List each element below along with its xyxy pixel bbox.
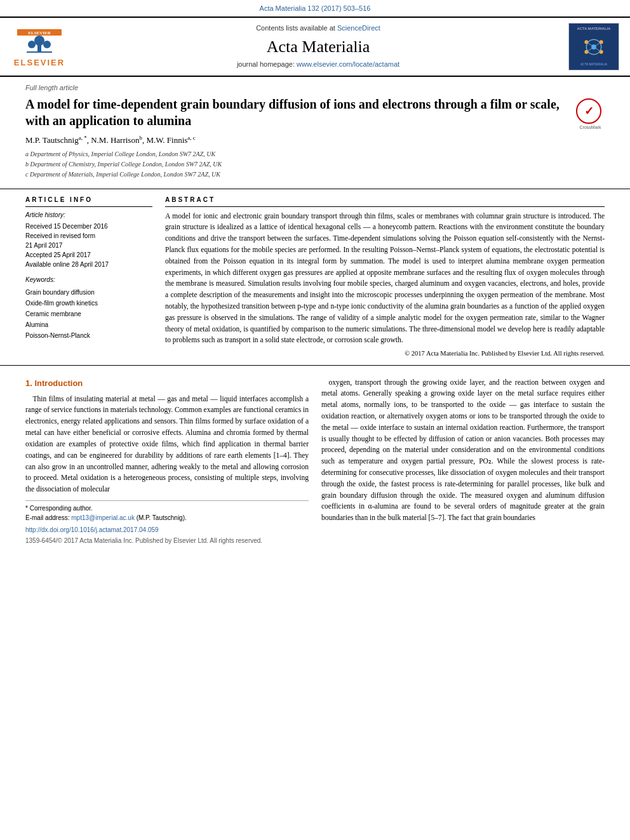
journal-homepage-line: journal homepage: www.elsevier.com/locat…: [71, 60, 565, 70]
footnote-area: * Corresponding author. E-mail address: …: [25, 500, 309, 523]
elsevier-tree-icon: ELSEVIER: [14, 24, 65, 57]
keyword-4: Alumina: [25, 319, 152, 330]
contents-available-line: Contents lists available at ScienceDirec…: [71, 23, 565, 34]
journal-title: Acta Materialia: [71, 35, 565, 59]
received-line: Received 15 December 2016: [25, 222, 152, 231]
email-note: E-mail address: mpt13@imperial.ac.uk (M.…: [25, 513, 309, 523]
intro-paragraph-1: Thin films of insulating material at met…: [25, 394, 309, 495]
article-section: Full length article A model for time-dep…: [0, 77, 630, 189]
revised-label: Received in revised form: [25, 231, 152, 241]
svg-point-6: [43, 41, 51, 48]
doi-link[interactable]: http://dx.doi.org/10.1016/j.actamat.2017…: [25, 526, 159, 533]
svg-text:ELSEVIER: ELSEVIER: [28, 30, 51, 36]
crossmark-label: CrossMark: [576, 124, 605, 131]
acta-logo-graphic: ACTA MATERIALIA ACTA MATERIALIA: [569, 23, 619, 70]
svg-point-15: [600, 50, 603, 54]
article-history-label: Article history:: [25, 211, 152, 220]
body-content: 1. Introduction Thin films of insulating…: [0, 366, 630, 552]
article-title: A model for time-dependent grain boundar…: [25, 96, 570, 129]
keyword-1: Grain boundary diffusion: [25, 287, 152, 298]
abstract-label: ABSTRACT: [165, 196, 605, 207]
keywords-label: Keywords:: [25, 276, 152, 285]
revised-date: 21 April 2017: [25, 241, 152, 250]
email-link[interactable]: mpt13@imperial.ac.uk: [71, 514, 135, 521]
issn-line: 1359-6454/© 2017 Acta Materialia Inc. Pu…: [25, 536, 309, 546]
svg-point-12: [584, 40, 588, 44]
journal-header-center: Contents lists available at ScienceDirec…: [71, 23, 565, 70]
svg-text:ACTA MATERIALIA: ACTA MATERIALIA: [580, 63, 608, 66]
body-col-right: oxygen, transport through the growing ox…: [321, 377, 605, 546]
affiliation-c: c Department of Materials, Imperial Coll…: [25, 170, 605, 180]
journal-header: ELSEVIER ELSEVIER Contents lists availab…: [0, 17, 630, 77]
keyword-3: Ceramic membrane: [25, 309, 152, 319]
journal-right-logo: ACTA MATERIALIA ACTA MATERIALIA: [565, 23, 622, 70]
crossmark-badge: ✓ CrossMark: [576, 98, 605, 131]
affiliations: a Department of Physics, Imperial Colleg…: [25, 149, 605, 180]
affiliation-b: b Department of Chemistry, Imperial Coll…: [25, 159, 605, 170]
journal-citation: Acta Materialia 132 (2017) 503–516: [0, 0, 630, 17]
keyword-2: Oxide-film growth kinetics: [25, 298, 152, 309]
crossmark-icon: ✓: [576, 98, 601, 124]
keyword-5: Poisson-Nernst-Planck: [25, 330, 152, 341]
journal-homepage-link[interactable]: www.elsevier.com/locate/actamat: [297, 60, 399, 68]
svg-rect-7: [27, 51, 52, 53]
article-info-column: ARTICLE INFO Article history: Received 1…: [25, 196, 152, 358]
introduction-heading: 1. Introduction: [25, 377, 309, 390]
svg-text:ACTA MATERIALIA: ACTA MATERIALIA: [577, 27, 612, 30]
abstract-text: A model for ionic and electronic grain b…: [165, 211, 605, 347]
abstract-column: ABSTRACT A model for ionic and electroni…: [165, 196, 605, 358]
abstract-copyright: © 2017 Acta Materialia Inc. Published by…: [165, 349, 605, 358]
sciencedirect-link[interactable]: ScienceDirect: [337, 24, 380, 32]
article-info-label: ARTICLE INFO: [25, 196, 152, 207]
svg-point-5: [28, 41, 36, 48]
intro-paragraph-2: oxygen, transport through the growing ox…: [321, 377, 605, 524]
affiliation-a: a Department of Physics, Imperial Colleg…: [25, 149, 605, 159]
svg-point-14: [584, 50, 588, 54]
authors-line: M.P. Tautschniga, *, N.M. Harrisonb, M.W…: [25, 134, 605, 147]
elsevier-brand-text: ELSEVIER: [14, 57, 65, 69]
info-abstract-section: ARTICLE INFO Article history: Received 1…: [0, 189, 630, 365]
body-two-col: 1. Introduction Thin films of insulating…: [25, 377, 605, 546]
keywords-group: Keywords: Grain boundary diffusion Oxide…: [25, 276, 152, 341]
acta-logo-box: ACTA MATERIALIA ACTA MATERIALIA: [568, 23, 619, 70]
body-col-left: 1. Introduction Thin films of insulating…: [25, 377, 309, 546]
elsevier-logo: ELSEVIER ELSEVIER: [8, 24, 71, 69]
article-type-label: Full length article: [25, 83, 605, 93]
online-line: Available online 28 April 2017: [25, 260, 152, 269]
svg-point-13: [600, 40, 603, 44]
accepted-line: Accepted 25 April 2017: [25, 250, 152, 260]
doi-line: http://dx.doi.org/10.1016/j.actamat.2017…: [25, 525, 309, 535]
corresponding-author-note: * Corresponding author.: [25, 503, 309, 513]
svg-point-4: [34, 36, 44, 46]
